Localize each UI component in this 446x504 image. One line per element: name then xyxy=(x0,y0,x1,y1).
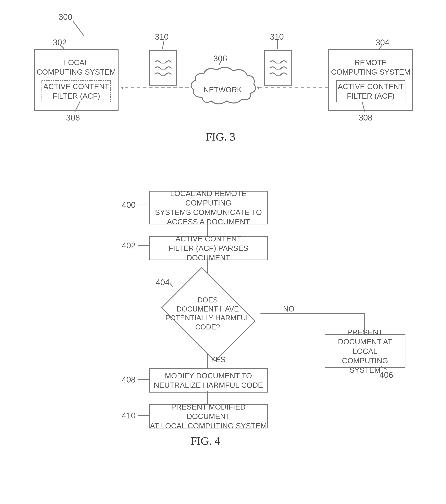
wave-icon xyxy=(154,66,172,70)
local-computing-system: LOCAL COMPUTING SYSTEM ACTIVE CONTENT FI… xyxy=(34,49,119,111)
ref-310-left: 310 xyxy=(155,32,169,42)
wave-icon xyxy=(154,60,172,63)
ref-304: 304 xyxy=(376,38,389,47)
ref-402: 402 xyxy=(122,241,136,250)
remote-acf-label: ACTIVE CONTENT FILTER (ACF) xyxy=(338,82,404,101)
local-acf-box: ACTIVE CONTENT FILTER (ACF) xyxy=(42,80,111,102)
wave-icon xyxy=(270,72,287,75)
network-label: NETWORK xyxy=(189,85,257,94)
step-410-box: PRESENT MODIFIED DOCUMENT AT LOCAL COMPU… xyxy=(149,404,268,429)
decision-no-label: NO xyxy=(283,304,294,314)
step-410-text: PRESENT MODIFIED DOCUMENT AT LOCAL COMPU… xyxy=(150,402,267,431)
remote-computing-system-title: REMOTE COMPUTING SYSTEM xyxy=(331,58,410,77)
ref-406: 406 xyxy=(379,370,393,380)
step-408-box: MODIFY DOCUMENT TO NEUTRALIZE HARMFUL CO… xyxy=(149,368,268,393)
ref-302: 302 xyxy=(53,38,67,47)
step-408-text: MODIFY DOCUMENT TO NEUTRALIZE HARMFUL CO… xyxy=(154,371,263,390)
ref-410: 410 xyxy=(122,411,136,420)
step-400-text: LOCAL AND REMOTE COMPUTING SYSTEMS COMMU… xyxy=(150,189,267,227)
step-406-box: PRESENT DOCUMENT AT LOCAL COMPUTING SYST… xyxy=(325,334,405,368)
ref-310-right: 310 xyxy=(270,32,284,42)
wave-icon xyxy=(270,66,287,70)
step-402-text: ACTIVE CONTENT FILTER (ACF) PARSES DOCUM… xyxy=(150,234,267,262)
network-cloud: NETWORK xyxy=(189,65,257,107)
document-icon-right xyxy=(264,50,292,86)
local-computing-system-title: LOCAL COMPUTING SYSTEM xyxy=(37,58,116,77)
decision-404-text: DOES DOCUMENT HAVE POTENTIALLY HARMFUL C… xyxy=(165,296,250,332)
decision-yes-label: YES xyxy=(210,355,225,364)
local-acf-label: ACTIVE CONTENT FILTER (ACF) xyxy=(43,82,109,101)
wave-icon xyxy=(270,60,287,63)
page: 300 302 LOCAL COMPUTING SYSTEM ACTIVE CO… xyxy=(0,0,446,504)
step-406-text: PRESENT DOCUMENT AT LOCAL COMPUTING SYST… xyxy=(326,327,405,375)
wave-icon xyxy=(154,72,172,75)
step-402-box: ACTIVE CONTENT FILTER (ACF) PARSES DOCUM… xyxy=(149,236,268,260)
decision-404: DOES DOCUMENT HAVE POTENTIALLY HARMFUL C… xyxy=(155,274,260,353)
ref-306: 306 xyxy=(213,54,227,63)
ref-408: 408 xyxy=(122,375,136,384)
lead-300 xyxy=(73,21,84,36)
fig4-caption: FIG. 4 xyxy=(191,434,220,448)
ref-308-right: 308 xyxy=(359,113,372,122)
ref-308-left: 308 xyxy=(66,113,80,122)
step-400-box: LOCAL AND REMOTE COMPUTING SYSTEMS COMMU… xyxy=(149,191,268,224)
ref-300: 300 xyxy=(58,12,72,22)
remote-computing-system: REMOTE COMPUTING SYSTEM ACTIVE CONTENT F… xyxy=(328,49,413,111)
remote-acf-box: ACTIVE CONTENT FILTER (ACF) xyxy=(336,80,405,102)
document-icon-left xyxy=(149,50,177,86)
fig3-caption: FIG. 3 xyxy=(206,130,235,143)
ref-400: 400 xyxy=(122,200,136,210)
